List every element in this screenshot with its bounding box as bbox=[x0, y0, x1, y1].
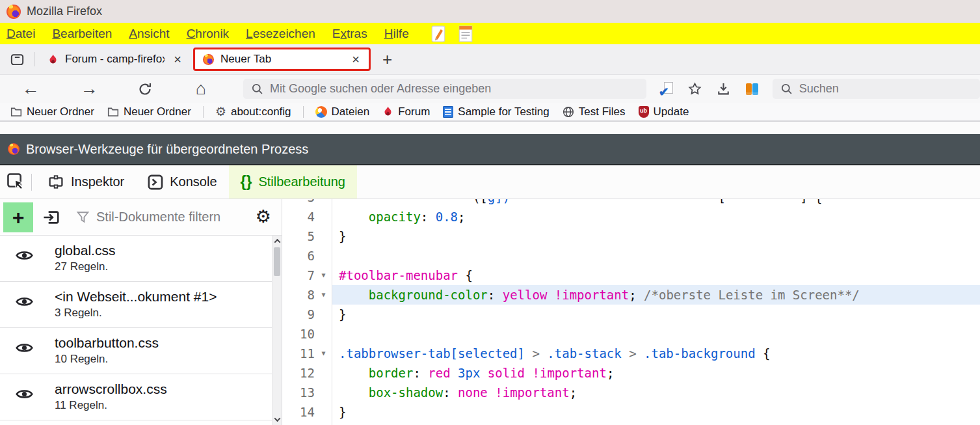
bookmark-star-button[interactable] bbox=[684, 78, 706, 100]
code-text[interactable]: .tabbrowser-tab[selected] > .tab-stack >… bbox=[332, 344, 980, 363]
stylesheet-item-1[interactable]: global.css27 Regeln. bbox=[0, 236, 282, 282]
bookmark-label: Forum bbox=[398, 105, 430, 118]
pick-element-button[interactable] bbox=[0, 165, 31, 199]
bookmark-sample-for-testing[interactable]: Sample for Testing bbox=[438, 104, 554, 120]
code-line-12[interactable]: 12 border: red 3px solid !important; bbox=[282, 363, 980, 383]
fold-spacer bbox=[315, 305, 332, 324]
shield-icon bbox=[639, 106, 649, 118]
bookmark-test-files[interactable]: Test Files bbox=[557, 104, 631, 120]
toggle-visibility-button[interactable] bbox=[16, 342, 33, 355]
book-icon bbox=[443, 106, 453, 118]
stylesheet-item-2[interactable]: <in Webseit...okument #1>3 Regeln. bbox=[0, 282, 282, 328]
note-edit-icon[interactable] bbox=[431, 25, 445, 42]
bookmark-label: Update bbox=[654, 105, 689, 118]
window-title: Mozilla Firefox bbox=[27, 5, 102, 18]
back-button[interactable]: ← bbox=[20, 78, 42, 100]
code-line-4[interactable]: 4 opacity: 0.8; bbox=[282, 207, 980, 226]
code-line-14[interactable]: 14} bbox=[282, 402, 980, 422]
filter-stylesheets-input[interactable]: Stil-Dokumente filtern bbox=[76, 210, 256, 225]
code-line-11[interactable]: 11▼.tabbrowser-tab[selected] > .tab-stac… bbox=[282, 344, 980, 363]
code-text[interactable]: ([g]) [ ] { bbox=[332, 199, 980, 207]
url-bar[interactable]: Mit Google suchen oder Adresse eingeben bbox=[243, 79, 646, 99]
line-number: 11 bbox=[282, 344, 315, 363]
reload-button[interactable] bbox=[134, 78, 156, 100]
css-code-editor[interactable]: 3 ([g]) [ ] {4 opacity: 0.8;5}67▼#toolba… bbox=[282, 199, 980, 425]
code-text[interactable]: border: red 3px solid !important; bbox=[332, 363, 980, 383]
firefox-view-icon bbox=[10, 53, 24, 66]
options-gear-icon[interactable]: ⚙ bbox=[256, 208, 271, 226]
code-text[interactable]: } bbox=[332, 305, 980, 324]
menu-item-chronik[interactable]: Chronik bbox=[187, 27, 229, 41]
search-placeholder: Suchen bbox=[799, 82, 839, 96]
menu-item-datei[interactable]: Datei bbox=[7, 27, 35, 41]
code-line-3[interactable]: 3 ([g]) [ ] { bbox=[282, 199, 980, 207]
fold-spacer bbox=[315, 226, 332, 246]
tab-separator bbox=[34, 52, 34, 66]
bookmarks-separator bbox=[303, 106, 304, 118]
code-text[interactable]: opacity: 0.8; bbox=[332, 207, 980, 226]
sidebar-scrollbar[interactable] bbox=[272, 236, 282, 425]
tab-close-icon[interactable]: × bbox=[171, 53, 184, 66]
home-button[interactable]: ⌂ bbox=[190, 78, 212, 100]
bookmark-neuer-ordner[interactable]: Neuer Ordner bbox=[102, 104, 196, 120]
back-icon: ← bbox=[22, 80, 40, 98]
forward-icon: → bbox=[81, 80, 98, 98]
scroll-up-arrow[interactable] bbox=[272, 236, 282, 246]
code-line-7[interactable]: 7▼#toolbar-menubar { bbox=[282, 266, 980, 285]
code-text[interactable]: box-shadow: none !important; bbox=[332, 383, 980, 402]
bookmark-dateien[interactable]: Dateien bbox=[310, 104, 375, 120]
import-stylesheet-button[interactable] bbox=[37, 202, 66, 232]
bookmark-forum[interactable]: Forum bbox=[377, 104, 435, 120]
code-line-6[interactable]: 6 bbox=[282, 246, 980, 266]
home-icon: ⌂ bbox=[196, 80, 206, 98]
devtools-tab-inspektor[interactable]: Inspektor bbox=[36, 165, 136, 199]
bookmark-about-config[interactable]: ⚙about:config bbox=[210, 104, 297, 120]
code-line-5[interactable]: 5} bbox=[282, 226, 980, 246]
bookmark-update[interactable]: Update bbox=[633, 104, 695, 120]
code-line-8[interactable]: 8▼ background-color: yellow !important; … bbox=[282, 285, 980, 305]
tab-neuer-tab[interactable]: Neuer Tab× bbox=[193, 48, 371, 71]
w3c-validator-button[interactable]: ✔ bbox=[656, 78, 678, 100]
code-text[interactable]: } bbox=[332, 402, 980, 422]
scrapbook-icon[interactable] bbox=[458, 25, 473, 42]
devtools-tab-stilbearbeitung[interactable]: {}Stilbearbeitung bbox=[229, 165, 357, 199]
tab-close-icon[interactable]: × bbox=[349, 53, 362, 66]
new-tab-button[interactable]: + bbox=[377, 51, 397, 68]
code-line-10[interactable]: 10 bbox=[282, 324, 980, 344]
scroll-down-arrow[interactable] bbox=[272, 415, 282, 424]
menu-item-hilfe[interactable]: Hilfe bbox=[384, 27, 409, 41]
toggle-visibility-button[interactable] bbox=[16, 389, 33, 402]
devtools-tab-konsole[interactable]: Konsole bbox=[136, 165, 228, 199]
code-text[interactable] bbox=[332, 324, 980, 344]
bookmark-label: Dateien bbox=[332, 105, 370, 118]
console-icon bbox=[148, 174, 163, 190]
stylesheet-item-4[interactable]: arrowscrollbox.css11 Regeln. bbox=[0, 374, 282, 420]
braces-icon: {} bbox=[241, 174, 252, 189]
scrollbar-thumb[interactable] bbox=[274, 247, 280, 276]
fold-arrow-icon[interactable]: ▼ bbox=[315, 266, 332, 285]
menu-item-lesezeichen[interactable]: Lesezeichen bbox=[246, 27, 315, 41]
stylesheet-item-3[interactable]: toolbarbutton.css10 Regeln. bbox=[0, 328, 282, 374]
toggle-visibility-button[interactable] bbox=[16, 250, 33, 263]
search-field[interactable]: Suchen bbox=[773, 79, 980, 99]
code-text[interactable] bbox=[332, 246, 980, 266]
code-text[interactable]: background-color: yellow !important; /*o… bbox=[332, 285, 980, 305]
code-text[interactable]: } bbox=[332, 226, 980, 246]
code-line-9[interactable]: 9} bbox=[282, 305, 980, 324]
menu-item-ansicht[interactable]: Ansicht bbox=[129, 27, 169, 41]
fold-arrow-icon[interactable]: ▼ bbox=[315, 344, 332, 363]
bookmark-neuer-ordner[interactable]: Neuer Ordner bbox=[5, 104, 99, 120]
menu-item-bearbeiten[interactable]: Bearbeiten bbox=[52, 27, 112, 41]
fold-arrow-icon[interactable]: ▼ bbox=[315, 285, 332, 305]
code-line-13[interactable]: 13 box-shadow: none !important; bbox=[282, 383, 980, 402]
forward-button[interactable]: → bbox=[78, 78, 100, 100]
toggle-visibility-button[interactable] bbox=[16, 296, 33, 309]
code-text[interactable]: #toolbar-menubar { bbox=[332, 266, 980, 285]
menu-item-extras[interactable]: Extras bbox=[332, 27, 367, 41]
new-stylesheet-button[interactable]: + bbox=[3, 202, 33, 232]
tab-forum-camp-firefox-de[interactable]: Forum - camp-firefox.de× bbox=[40, 48, 191, 71]
extension-button[interactable] bbox=[741, 78, 763, 100]
firefox-view-button[interactable] bbox=[5, 48, 29, 70]
downloads-button[interactable] bbox=[713, 78, 735, 100]
stylesheet-rule-count: 11 Regeln. bbox=[55, 398, 269, 413]
